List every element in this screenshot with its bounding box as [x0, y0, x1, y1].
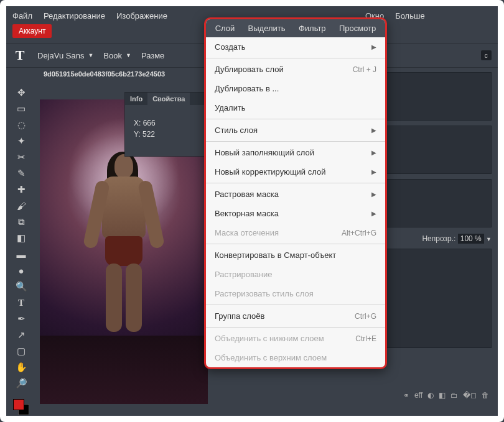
submenu-arrow-icon: ▶ [371, 127, 376, 134]
canvas-fit-control[interactable]: c [481, 50, 492, 60]
chevron-down-icon: ▼ [88, 52, 93, 58]
menu-filter[interactable]: Фильтр [299, 24, 326, 33]
menu-item-label: Векторная маска [215, 209, 279, 218]
link-icon[interactable]: ⚭ [403, 391, 409, 400]
foreground-color[interactable] [13, 399, 24, 410]
lasso-tool-icon[interactable]: ◌ [14, 118, 29, 132]
right-panels: Непрозр.: 100 % ▼ ⚭ eff ◐ ◧ 🗀 �◻ 🗑 [382, 72, 492, 403]
folder-icon[interactable]: 🗀 [450, 391, 458, 400]
trash-icon[interactable]: 🗑 [482, 391, 489, 400]
color-swatches[interactable] [13, 399, 29, 415]
document-tab[interactable]: 9d051915e0de0483f05c6b2173e24503 [44, 70, 165, 78]
menu-item-label: Растровая маска [215, 190, 279, 199]
menu-item-label: Группа слоёв [215, 311, 264, 321]
marquee-tool-icon[interactable]: ▭ [14, 102, 29, 116]
menu-item-label: Дублировать слой [215, 65, 284, 74]
menu-item-rasterize: Растрирование [206, 265, 385, 284]
menu-item-merge-up: Объединить с верхним слоем [206, 348, 385, 367]
move-tool-icon[interactable]: ✥ [14, 86, 29, 99]
panel-box-2[interactable] [382, 126, 492, 174]
swatch-swap-label[interactable]: ↕T D [13, 419, 29, 422]
dodge-tool-icon[interactable]: 🔍 [14, 280, 29, 293]
opacity-label: Непрозр.: [422, 234, 455, 243]
info-panel: Info Свойства X: 666 Y: 522 [124, 92, 208, 157]
tools-panel: ✥ ▭ ◌ ✦ ✂ ✎ ✚ 🖌 ⧉ ◧ ▬ ● 🔍 T ✒ ↗ ▢ ✋ 🔎 ↕T… [12, 86, 30, 422]
menu-layer[interactable]: Слой [215, 24, 235, 33]
menu-shortcut: Alt+Ctrl+G [342, 229, 376, 237]
menu-item-duplicate-layer[interactable]: Дублировать слой Ctrl + J [206, 60, 385, 79]
menu-file[interactable]: Файл [12, 11, 32, 21]
menu-item-vector-mask[interactable]: Векторная маска ▶ [206, 204, 385, 223]
font-family-select[interactable]: DejaVu Sans ▼ [37, 51, 93, 60]
pen-tool-icon[interactable]: ✒ [14, 312, 29, 326]
panel-box-3[interactable] [382, 179, 492, 227]
dropdown-menubar-section: Слой Выделить Фильтр Просмотр [206, 19, 385, 37]
chevron-down-icon[interactable]: ▼ [486, 236, 492, 242]
menu-item-layer-style[interactable]: Стиль слоя ▶ [206, 121, 385, 140]
submenu-arrow-icon: ▶ [371, 149, 376, 156]
wand-tool-icon[interactable]: ✦ [14, 134, 29, 148]
menu-item-label: Дублировать в ... [215, 84, 279, 93]
menu-item-clipping-mask: Маска отсечения Alt+Ctrl+G [206, 223, 385, 242]
menu-item-convert-smart[interactable]: Конвертировать в Смарт-объект [206, 245, 385, 265]
type-tool-indicator: T [12, 47, 27, 63]
info-x: X: 666 [134, 119, 198, 127]
menu-item-rasterize-style: Растеризовать стиль слоя [206, 284, 385, 303]
opacity-value[interactable]: 100 % [458, 234, 484, 244]
menu-item-delete[interactable]: Удалить [206, 98, 385, 117]
menu-item-label: Объединить с верхним слоем [215, 353, 327, 362]
menu-shortcut: Ctrl + J [353, 65, 376, 74]
adjustment-icon[interactable]: ◐ [427, 391, 434, 400]
crop-tool-icon[interactable]: ✂ [14, 150, 29, 164]
shape-tool-icon[interactable]: ▢ [14, 344, 29, 358]
heal-tool-icon[interactable]: ✚ [14, 183, 29, 196]
menu-item-duplicate-into[interactable]: Дублировать в ... [206, 79, 385, 98]
menu-item-raster-mask[interactable]: Растровая маска ▶ [206, 185, 385, 204]
font-family-label: DejaVu Sans [37, 51, 84, 60]
menu-item-create[interactable]: Создать ▶ [206, 37, 385, 57]
submenu-arrow-icon: ▶ [371, 44, 376, 50]
submenu-arrow-icon: ▶ [371, 191, 376, 198]
blur-tool-icon[interactable]: ● [14, 264, 29, 277]
menu-item-group[interactable]: Группа слоёв Ctrl+G [206, 306, 385, 326]
panel-box-1[interactable] [382, 72, 492, 121]
info-tab[interactable]: Info [125, 93, 147, 105]
font-size-label[interactable]: Разме [141, 51, 164, 60]
menu-edit[interactable]: Редактирование [44, 11, 105, 21]
chevron-down-icon: ▼ [126, 52, 131, 58]
menu-select[interactable]: Выделить [248, 24, 286, 33]
menu-item-merge-down: Объединить с нижним слоем Ctrl+E [206, 329, 385, 348]
submenu-arrow-icon: ▶ [371, 168, 376, 175]
gradient-tool-icon[interactable]: ▬ [14, 247, 29, 261]
menu-item-label: Стиль слоя [215, 126, 258, 135]
menu-item-label: Новый заполняющий слой [215, 148, 314, 157]
menu-view[interactable]: Просмотр [339, 24, 376, 33]
submenu-arrow-icon: ▶ [371, 210, 376, 217]
menu-more[interactable]: Больше [395, 11, 425, 21]
hand-tool-icon[interactable]: ✋ [14, 360, 29, 374]
zoom-tool-icon[interactable]: 🔎 [14, 377, 29, 390]
brush-tool-icon[interactable]: 🖌 [14, 199, 29, 213]
menu-item-label: Новый корректирующий слой [215, 167, 325, 177]
font-weight-select[interactable]: Book ▼ [103, 51, 131, 60]
properties-tab[interactable]: Свойства [147, 93, 190, 105]
menu-image[interactable]: Изображение [116, 11, 167, 21]
info-y: Y: 522 [134, 130, 198, 139]
stamp-tool-icon[interactable]: ⧉ [14, 215, 29, 229]
menu-shortcut: Ctrl+G [355, 312, 376, 321]
type-tool-icon[interactable]: T [14, 296, 29, 310]
path-tool-icon[interactable]: ↗ [14, 328, 29, 342]
layer-dropdown-menu: Слой Выделить Фильтр Просмотр Создать ▶ … [204, 17, 387, 369]
layer-footer-icons: ⚭ eff ◐ ◧ 🗀 �◻ 🗑 [401, 387, 492, 403]
eyedropper-tool-icon[interactable]: ✎ [14, 167, 29, 180]
mask-icon[interactable]: ◧ [439, 391, 446, 400]
menu-item-label: Удалить [215, 103, 246, 112]
font-weight-label: Book [103, 51, 122, 60]
new-layer-icon[interactable]: �◻ [463, 391, 477, 400]
fx-icon[interactable]: eff [414, 391, 422, 400]
menu-item-new-fill[interactable]: Новый заполняющий слой ▶ [206, 143, 385, 162]
layers-list[interactable] [382, 249, 492, 348]
account-button[interactable]: Аккаунт [12, 24, 52, 38]
eraser-tool-icon[interactable]: ◧ [14, 231, 29, 245]
menu-item-new-adjustment[interactable]: Новый корректирующий слой ▶ [206, 162, 385, 181]
